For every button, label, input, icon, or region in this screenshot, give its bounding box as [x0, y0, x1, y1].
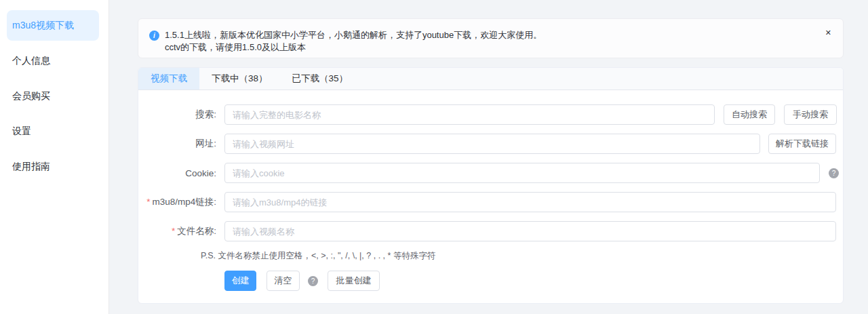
- m3u8-label-text: m3u8/mp4链接:: [152, 197, 216, 207]
- create-button[interactable]: 创建: [224, 271, 256, 291]
- sidebar-item-label: 设置: [12, 125, 31, 138]
- filename-input[interactable]: [224, 221, 836, 241]
- sidebar-item-personal-info[interactable]: 个人信息: [7, 45, 99, 76]
- search-label: 搜索:: [138, 109, 224, 121]
- tab-bar: 视频下载 下载中（38） 已下载（35）: [138, 68, 843, 90]
- sidebar-item-label: 使用指南: [12, 161, 50, 173]
- cookie-help-icon[interactable]: ?: [829, 168, 839, 178]
- sidebar-item-label: 个人信息: [12, 55, 50, 67]
- tab-video-download[interactable]: 视频下载: [138, 68, 199, 90]
- download-card: 视频下载 下载中（38） 已下载（35） 搜索: 自动搜索 手动搜索 网址: 解…: [138, 67, 844, 304]
- filename-label-text: 文件名称:: [177, 226, 216, 236]
- search-row: 搜索: 自动搜索 手动搜索: [138, 104, 843, 125]
- filename-row: *文件名称:: [138, 221, 843, 241]
- close-icon[interactable]: ✕: [825, 28, 831, 37]
- sidebar-item-user-guide[interactable]: 使用指南: [7, 151, 99, 182]
- parse-link-button[interactable]: 解析下载链接: [768, 134, 836, 154]
- clear-button[interactable]: 清空: [267, 271, 300, 291]
- auto-search-button[interactable]: 自动搜索: [724, 104, 775, 125]
- required-asterisk: *: [146, 197, 150, 207]
- main-content: i 1.5.1上线啦，新版本优化国家中小学平台，小鹅通的解析，支持了youtub…: [109, 0, 868, 314]
- sidebar-item-settings[interactable]: 设置: [7, 116, 99, 146]
- url-input[interactable]: [224, 134, 760, 154]
- info-icon: i: [149, 31, 159, 41]
- create-help-icon[interactable]: ?: [308, 276, 318, 286]
- filename-label: *文件名称:: [138, 225, 224, 237]
- cookie-row: Cookie: ?: [138, 163, 843, 183]
- search-input[interactable]: [224, 104, 715, 125]
- alert-line-1: 1.5.1上线啦，新版本优化国家中小学平台，小鹅通的解析，支持了youtube下…: [165, 29, 542, 41]
- m3u8-link-label: *m3u8/mp4链接:: [138, 196, 224, 208]
- form-actions: 创建 清空 ? 批量创建: [138, 271, 843, 291]
- sidebar: m3u8视频下载 个人信息 会员购买 设置 使用指南: [0, 0, 109, 314]
- filename-rules-note: P.S. 文件名称禁止使用空格，<, >, :, ", /, \, |, ? ,…: [201, 250, 843, 262]
- sidebar-item-label: 会员购买: [12, 90, 50, 102]
- m3u8-link-input[interactable]: [224, 192, 836, 212]
- alert-line-2: cctv的下载，请使用1.5.0及以上版本: [165, 41, 542, 54]
- sidebar-item-membership[interactable]: 会员购买: [7, 81, 99, 111]
- app-window: m3u8视频下载 个人信息 会员购买 设置 使用指南 i 1.5.1上线啦，新版…: [0, 0, 868, 314]
- cookie-input[interactable]: [224, 163, 820, 183]
- tab-downloaded[interactable]: 已下载（35）: [280, 68, 361, 90]
- alert-text: 1.5.1上线啦，新版本优化国家中小学平台，小鹅通的解析，支持了youtube下…: [165, 23, 542, 54]
- cookie-label: Cookie:: [138, 168, 224, 178]
- batch-create-button[interactable]: 批量创建: [328, 271, 380, 291]
- m3u8-link-row: *m3u8/mp4链接:: [138, 192, 843, 212]
- sidebar-item-m3u8-download[interactable]: m3u8视频下载: [7, 10, 99, 41]
- version-alert-banner: i 1.5.1上线啦，新版本优化国家中小学平台，小鹅通的解析，支持了youtub…: [138, 18, 844, 58]
- sidebar-item-label: m3u8视频下载: [12, 20, 74, 32]
- download-form: 搜索: 自动搜索 手动搜索 网址: 解析下载链接 Cookie: ? *m3u8: [138, 90, 843, 303]
- tab-downloading[interactable]: 下载中（38）: [199, 68, 280, 90]
- url-label: 网址:: [138, 138, 224, 150]
- manual-search-button[interactable]: 手动搜索: [784, 104, 837, 125]
- required-asterisk: *: [172, 226, 175, 236]
- url-row: 网址: 解析下载链接: [138, 134, 843, 154]
